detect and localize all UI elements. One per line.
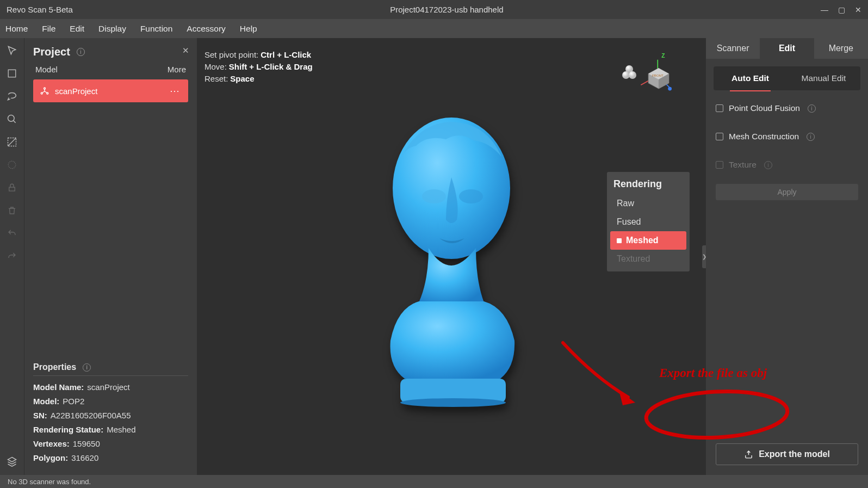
delete-icon: [6, 205, 18, 217]
export-button-label: Export the model: [759, 449, 830, 459]
model-list-item[interactable]: scanProject ⋯: [33, 79, 188, 102]
svg-point-5: [44, 88, 46, 89]
rendering-option-textured: Textured: [610, 250, 686, 268]
titlebar: Revo Scan 5-Beta Project04172023-usb han…: [0, 0, 868, 19]
option-label: Texture: [729, 160, 757, 170]
rectangle-select-icon[interactable]: [6, 67, 18, 79]
rendering-option-fused[interactable]: Fused: [610, 213, 686, 231]
menu-help[interactable]: Help: [240, 24, 257, 34]
svg-point-24: [400, 398, 506, 407]
prop-key: Vertexes:: [33, 439, 70, 448]
project-panel-title: Project: [33, 46, 70, 58]
prop-key: Model Name:: [33, 382, 84, 392]
svg-point-21: [422, 189, 446, 203]
tab-scanner[interactable]: Scanner: [706, 38, 760, 59]
prop-key: SN:: [33, 411, 47, 420]
rendering-title: Rendering: [610, 177, 686, 194]
prop-value: scanProject: [87, 382, 129, 392]
prop-value: Meshed: [107, 425, 135, 434]
invert-select-icon[interactable]: [6, 136, 18, 148]
right-panel: Scanner Edit Merge Auto Edit Manual Edit…: [706, 38, 868, 475]
svg-point-1: [8, 115, 15, 122]
prop-value: A22B1605206F00A55: [51, 411, 131, 420]
option-mesh-construction[interactable]: Mesh Construction i: [706, 132, 868, 141]
model-heading: Model: [35, 65, 58, 74]
tab-merge[interactable]: Merge: [814, 38, 868, 59]
info-icon[interactable]: i: [808, 104, 816, 113]
rendering-panel: Rendering Raw Fused Meshed Textured: [607, 172, 690, 271]
checkbox-icon[interactable]: [716, 104, 723, 112]
subtab-auto-edit[interactable]: Auto Edit: [714, 66, 787, 90]
layers-icon[interactable]: [6, 455, 18, 467]
menubar: Home File Edit Display Function Accessor…: [0, 19, 868, 38]
project-panel: ✕ Project i Model More scanProject ⋯ Pro…: [24, 38, 197, 475]
prop-value: 159650: [73, 439, 100, 448]
model-item-label: scanProject: [55, 87, 97, 96]
svg-rect-0: [8, 70, 16, 77]
properties-title: Properties: [33, 362, 76, 372]
prop-key: Rendering Statue:: [33, 425, 103, 434]
close-button[interactable]: ✕: [855, 5, 861, 14]
option-point-cloud-fusion[interactable]: Point Cloud Fusion i: [706, 103, 868, 113]
checkbox-icon: [716, 161, 723, 169]
status-message: No 3D scanner was found.: [8, 478, 91, 486]
info-icon[interactable]: i: [77, 48, 85, 56]
tab-edit[interactable]: Edit: [760, 38, 814, 59]
status-bar: No 3D scanner was found.: [0, 475, 868, 488]
prop-key: Model:: [33, 397, 59, 406]
menu-function[interactable]: Function: [140, 24, 172, 34]
svg-text:FRONT: FRONT: [652, 74, 664, 77]
annotation-text: Export the file as obj: [659, 366, 767, 380]
panel-close-icon[interactable]: ✕: [182, 46, 189, 55]
checkbox-icon[interactable]: [716, 133, 723, 140]
info-icon[interactable]: i: [807, 133, 815, 141]
brush-select-icon[interactable]: [6, 113, 18, 125]
svg-rect-4: [9, 187, 15, 191]
option-texture: Texture i: [706, 160, 868, 170]
rendering-option-raw[interactable]: Raw: [610, 194, 686, 213]
viewport-hints: Set pivot point:Ctrl + L-Click Move:Shif…: [204, 49, 313, 84]
properties-section: Properties i Model Name:scanProject Mode…: [33, 355, 188, 467]
orientation-gizmo[interactable]: Z FRONT: [635, 52, 682, 99]
rendering-option-meshed[interactable]: Meshed: [610, 231, 686, 250]
lock-icon: [6, 182, 18, 194]
model-icon: [40, 86, 49, 96]
export-icon: [744, 450, 753, 459]
menu-edit[interactable]: Edit: [70, 24, 84, 34]
project-title: Project04172023-usb handheld: [73, 5, 821, 14]
left-toolbar: [0, 38, 24, 475]
svg-point-22: [459, 189, 483, 203]
menu-accessory[interactable]: Accessory: [187, 24, 226, 34]
lasso-select-icon[interactable]: [6, 90, 18, 102]
maximize-button[interactable]: ▢: [838, 5, 845, 14]
menu-home[interactable]: Home: [5, 24, 28, 34]
cursor-icon[interactable]: [6, 45, 18, 57]
subtab-manual-edit[interactable]: Manual Edit: [787, 66, 860, 90]
svg-text:Z: Z: [661, 53, 665, 59]
svg-point-19: [668, 87, 672, 91]
info-icon[interactable]: i: [83, 363, 91, 372]
info-icon: i: [764, 161, 772, 169]
export-model-button[interactable]: Export the model: [716, 443, 858, 465]
svg-point-3: [8, 161, 16, 169]
menu-file[interactable]: File: [42, 24, 55, 34]
undo-icon: [6, 227, 18, 239]
redo-icon: [6, 250, 18, 262]
svg-point-9: [622, 71, 630, 79]
scan-model-preview: [364, 112, 538, 428]
app-title: Revo Scan 5-Beta: [7, 5, 73, 14]
more-link[interactable]: More: [168, 65, 186, 74]
menu-display[interactable]: Display: [98, 24, 126, 34]
sphere-tool-icon: [6, 159, 18, 171]
model-item-menu-icon[interactable]: ⋯: [170, 85, 182, 97]
option-label: Point Cloud Fusion: [729, 103, 800, 113]
prop-value: 316620: [71, 453, 98, 462]
option-label: Mesh Construction: [729, 132, 799, 141]
minimize-button[interactable]: —: [821, 5, 828, 14]
prop-key: Polygon:: [33, 453, 68, 462]
viewport-3d[interactable]: Set pivot point:Ctrl + L-Click Move:Shif…: [197, 38, 706, 475]
apply-button: Apply: [716, 184, 858, 200]
panel-collapse-handle[interactable]: ❯: [702, 245, 706, 268]
prop-value: POP2: [63, 397, 84, 406]
